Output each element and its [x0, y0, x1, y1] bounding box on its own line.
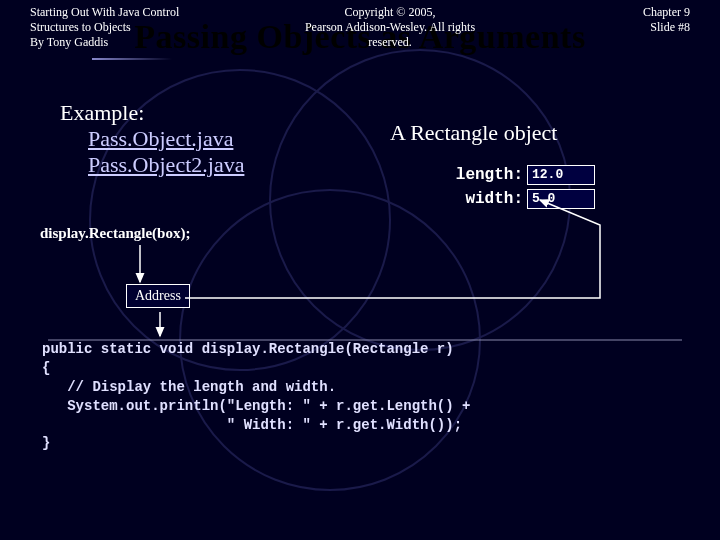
example-label: Example: — [60, 100, 244, 126]
link-passobject2[interactable]: Pass.Object2.java — [88, 152, 244, 178]
object-title: A Rectangle object — [390, 120, 557, 146]
background-circles — [0, 0, 720, 540]
address-box: Address — [126, 284, 190, 308]
object-fields: length: 12.0 width: 5.0 — [445, 165, 595, 213]
diagram-arrows — [0, 0, 720, 540]
footer-right: Chapter 9 Slide #8 — [570, 5, 690, 50]
link-passobject[interactable]: Pass.Object.java — [88, 126, 244, 152]
method-call-label: display.Rectangle(box); — [40, 225, 190, 242]
footer-left: Starting Out With Java Control Structure… — [30, 5, 210, 50]
footer-mid: Copyright © 2005, Pearson Addison-Wesley… — [290, 5, 490, 50]
example-block: Example: Pass.Object.java Pass.Object2.j… — [60, 100, 244, 178]
title-underline — [92, 58, 172, 60]
footer: Starting Out With Java Control Structure… — [0, 5, 720, 50]
length-label: length: — [445, 166, 523, 184]
width-label: width: — [445, 190, 523, 208]
length-value: 12.0 — [527, 165, 595, 185]
code-block: public static void display.Rectangle(Rec… — [42, 340, 682, 453]
width-value: 5.0 — [527, 189, 595, 209]
